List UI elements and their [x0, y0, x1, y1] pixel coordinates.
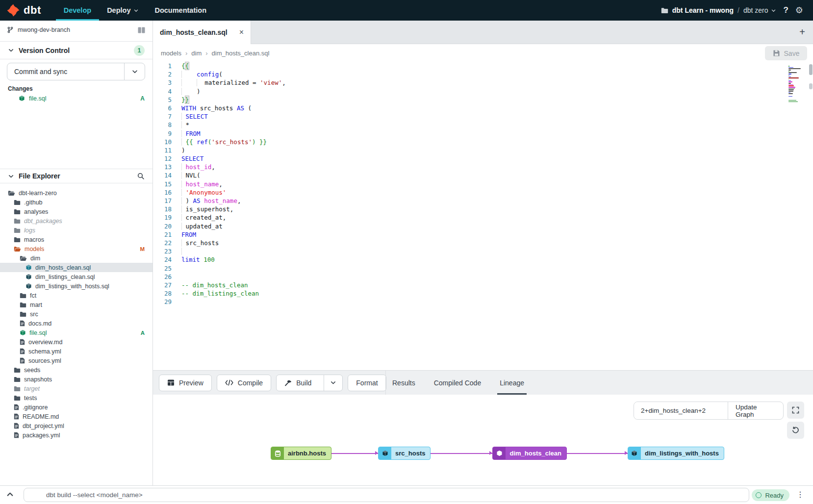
code-line-3[interactable]: 3 materialized = 'view', [153, 78, 813, 87]
code-line-6[interactable]: 6WITH src_hosts AS ( [153, 104, 813, 112]
add-tab-icon[interactable]: + [799, 26, 813, 38]
file-explorer-header[interactable]: File Explorer [0, 169, 152, 183]
tree-item-dim_hosts_clean.sql[interactable]: dim_hosts_clean.sql [0, 263, 152, 272]
search-icon[interactable] [137, 172, 145, 180]
tree-item-seeds[interactable]: seeds [0, 365, 152, 375]
code-line-7[interactable]: 7 SELECT [153, 112, 813, 121]
code-line-4[interactable]: 4 ) [153, 87, 813, 96]
tree-item-fct[interactable]: fct [0, 291, 152, 300]
tree-item-dim_listings_clean.sql[interactable]: dim_listings_clean.sql [0, 272, 152, 281]
code-line-16[interactable]: 16 'Anonymous' [153, 188, 813, 197]
format-button[interactable]: Format [348, 375, 386, 391]
gear-icon[interactable]: ⚙ [795, 5, 803, 16]
lineage-node-airbnb.hosts[interactable]: airbnb.hosts [271, 447, 331, 460]
code-line-15[interactable]: 15 host_name, [153, 180, 813, 188]
code-line-11[interactable]: 11) [153, 146, 813, 154]
environment-name[interactable]: dbt zero [743, 6, 777, 14]
tree-item-logs[interactable]: logs [0, 226, 152, 235]
tree-item-snapshots[interactable]: snapshots [0, 375, 152, 384]
tree-item-dbt-learn-zero[interactable]: dbt-learn-zero [0, 188, 152, 198]
tree-item-dim[interactable]: dim [0, 253, 152, 263]
fullscreen-icon[interactable] [787, 402, 804, 419]
tab-lineage[interactable]: Lineage [500, 371, 524, 395]
tree-item-dim_listings_with_hosts.sql[interactable]: dim_listings_with_hosts.sql [0, 281, 152, 291]
save-button[interactable]: Save [765, 46, 807, 60]
tree-item-overview.md[interactable]: overview.md [0, 337, 152, 347]
tree-item-sources.yml[interactable]: sources.yml [0, 356, 152, 365]
code-line-26[interactable]: 26 [153, 273, 813, 281]
tree-item-dbt_packages[interactable]: dbt_packages [0, 216, 152, 226]
tree-item-docs.md[interactable]: docs.md [0, 319, 152, 328]
tree-item-macros[interactable]: macros [0, 235, 152, 244]
code-line-17[interactable]: 17 ) AS host_name, [153, 197, 813, 205]
code-line-9[interactable]: 9 FROM [153, 129, 813, 138]
lineage-filter-input[interactable] [634, 402, 728, 419]
tree-item-packages.yml[interactable]: packages.yml [0, 430, 152, 440]
update-graph-button[interactable]: Update Graph [728, 402, 783, 419]
code-line-12[interactable]: 12SELECT [153, 154, 813, 163]
code-line-19[interactable]: 19 created_at, [153, 213, 813, 222]
code-line-21[interactable]: 21FROM [153, 230, 813, 239]
tree-item-target[interactable]: target [0, 384, 152, 393]
code-line-22[interactable]: 22 src_hosts [153, 239, 813, 247]
tree-item-models[interactable]: modelsM [0, 244, 152, 253]
tree-item-.gitignore[interactable]: .gitignore [0, 403, 152, 412]
tree-item-mart[interactable]: mart [0, 300, 152, 309]
nav-develop[interactable]: Develop [56, 0, 99, 21]
tree-item-tests[interactable]: tests [0, 393, 152, 403]
tree-item-dbt_project.yml[interactable]: dbt_project.yml [0, 421, 152, 430]
command-input[interactable] [24, 488, 749, 502]
breadcrumb-models[interactable]: models [161, 50, 181, 57]
tree-item-analyses[interactable]: analyses [0, 207, 152, 216]
breadcrumb-dim[interactable]: dim [191, 50, 202, 57]
code-line-18[interactable]: 18 is_superhost, [153, 205, 813, 213]
version-control-header[interactable]: Version Control 1 [0, 41, 152, 59]
nav-deploy[interactable]: Deploy [99, 0, 147, 21]
code-line-14[interactable]: 14 NVL( [153, 171, 813, 179]
tab-dim-hosts-clean[interactable]: dim_hosts_clean.sql × [153, 21, 251, 44]
help-icon[interactable]: ? [783, 5, 788, 15]
breadcrumb-file[interactable]: dim_hosts_clean.sql [212, 50, 270, 57]
tree-item-README.md[interactable]: README.md [0, 412, 152, 421]
chevron-up-icon[interactable] [6, 490, 14, 499]
change-item-file.sql[interactable]: file.sqlA [0, 93, 152, 103]
kebab-menu-icon[interactable]: ⋮ [796, 490, 804, 499]
tab-results[interactable]: Results [392, 371, 415, 395]
code-line-20[interactable]: 20 updated_at [153, 222, 813, 230]
commit-options-chevron[interactable] [124, 63, 145, 80]
reset-view-icon[interactable] [787, 422, 804, 439]
project-switcher[interactable]: dbt Learn - mwong / dbt zero [661, 6, 777, 14]
split-panes-icon[interactable] [137, 27, 146, 33]
close-tab-icon[interactable]: × [239, 28, 244, 36]
build-options-chevron[interactable] [324, 375, 342, 391]
tree-item-.github[interactable]: .github [0, 198, 152, 207]
lineage-node-dim_listings_with_hosts[interactable]: dim_listings_with_hosts [628, 447, 724, 460]
compile-button[interactable]: Compile [217, 375, 271, 391]
nav-documentation[interactable]: Documentation [147, 0, 214, 21]
minimap[interactable] [788, 66, 805, 104]
scrollbar-thumb[interactable] [809, 64, 813, 75]
code-line-2[interactable]: 2 config( [153, 70, 813, 78]
code-line-24[interactable]: 24limit 100 [153, 255, 813, 264]
lineage-node-dim_hosts_clean[interactable]: dim_hosts_clean [492, 447, 567, 460]
code-line-5[interactable]: 5}} [153, 96, 813, 104]
code-line-25[interactable]: 25 [153, 264, 813, 273]
code-line-1[interactable]: 1{{ [153, 62, 813, 70]
code-line-29[interactable]: 29 [153, 298, 813, 306]
commit-and-sync-button[interactable]: Commit and sync [7, 63, 145, 80]
editor-scrollbar[interactable] [809, 62, 813, 370]
preview-button[interactable]: Preview [159, 375, 212, 391]
tree-item-src[interactable]: src [0, 309, 152, 319]
dbt-logo[interactable]: dbt [0, 0, 56, 21]
code-line-8[interactable]: 8 * [153, 121, 813, 129]
code-line-23[interactable]: 23 [153, 247, 813, 255]
tree-item-schema.yml[interactable]: schema.yml [0, 347, 152, 356]
code-line-28[interactable]: 28-- dim_listings_clean [153, 289, 813, 298]
build-button[interactable]: Build [276, 375, 343, 391]
code-line-27[interactable]: 27-- dim_hosts_clean [153, 281, 813, 289]
lineage-node-src_hosts[interactable]: src_hosts [378, 447, 431, 460]
tree-item-file.sql[interactable]: file.sqlA [0, 328, 152, 337]
tab-compiled-code[interactable]: Compiled Code [434, 371, 482, 395]
code-line-13[interactable]: 13 host_id, [153, 163, 813, 171]
code-line-10[interactable]: 10 {{ ref('src_hosts') }} [153, 138, 813, 146]
